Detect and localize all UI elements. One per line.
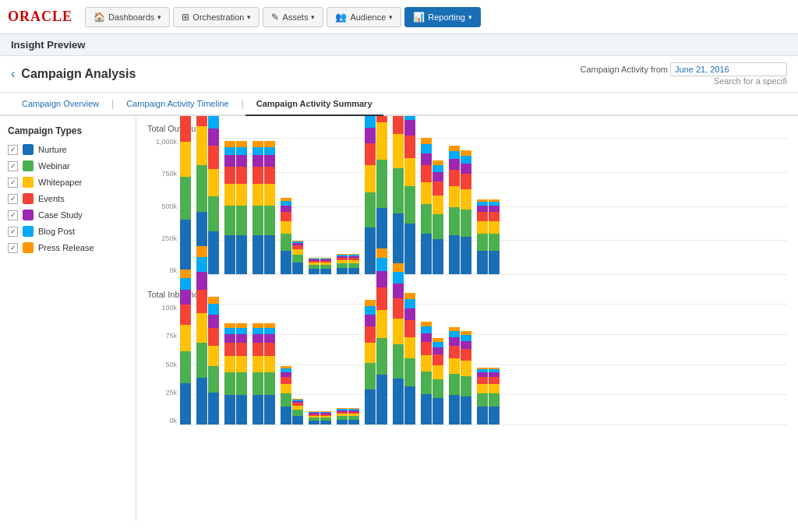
bar-segment	[196, 272, 207, 290]
bar-segment	[236, 343, 247, 356]
campaign-title: Campaign Analysis	[21, 67, 136, 81]
nav-audience[interactable]: 👥 Audience ▾	[327, 7, 401, 27]
bar-segment	[264, 155, 275, 167]
bar-segment	[208, 315, 219, 328]
bar-segment	[477, 221, 488, 234]
legend-checkbox[interactable]: ✓	[8, 210, 18, 220]
bar-group	[309, 411, 331, 425]
bar-segment	[224, 141, 235, 147]
bar-segment	[393, 344, 404, 379]
grid-icon: ⊞	[182, 12, 189, 23]
bar-segment	[208, 116, 219, 129]
legend-item[interactable]: ✓ Whitepaper	[8, 177, 128, 188]
stacked-bar	[393, 116, 404, 274]
legend-item[interactable]: ✓ Case Study	[8, 210, 128, 220]
bar-segment	[348, 420, 359, 425]
bar-segment	[264, 395, 275, 425]
legend-item[interactable]: ✓ Nurture	[8, 144, 128, 155]
outbound-title: Total Outbound	[147, 124, 787, 133]
bar-segment	[449, 186, 460, 207]
bar-segment	[461, 376, 471, 396]
bar-segment	[236, 206, 247, 235]
legend-item[interactable]: ✓ Press Release	[8, 242, 128, 253]
charts-area: Total Outbound 0k250k500k750k1,000k Tota…	[136, 116, 798, 522]
bar-segment	[421, 153, 432, 165]
bar-segment	[252, 235, 263, 274]
search-hint: Search for a specifi	[580, 76, 787, 86]
bar-group	[180, 116, 191, 274]
legend-swatch	[23, 242, 34, 253]
bar-group	[281, 198, 303, 274]
inbound-bars	[180, 304, 787, 425]
bar-segment	[393, 263, 404, 272]
page-title: Insight Preview	[11, 39, 85, 51]
bar-segment	[236, 328, 247, 334]
legend-swatch	[23, 226, 34, 237]
stacked-bar	[376, 248, 387, 425]
bar-segment	[404, 386, 415, 425]
nav-dashboards[interactable]: 🏠 Dashboards ▾	[85, 7, 170, 27]
bar-segment	[365, 116, 376, 128]
bar-segment	[281, 212, 291, 221]
bar-segment	[281, 377, 291, 384]
bar-segment	[376, 248, 387, 258]
bar-segment	[180, 116, 191, 142]
bar-segment	[180, 290, 191, 305]
legend-label: Nurture	[38, 145, 67, 154]
bar-segment	[449, 151, 460, 159]
legend-item[interactable]: ✓ Blog Post	[8, 226, 128, 237]
bar-group	[393, 263, 415, 425]
bar-segment	[433, 165, 443, 172]
bar-segment	[433, 398, 443, 425]
tab-timeline[interactable]: Campaign Activity Timeline	[115, 93, 239, 116]
tabs-bar: Campaign Overview | Campaign Activity Ti…	[0, 93, 798, 116]
bar-segment	[281, 384, 291, 393]
legend-checkbox[interactable]: ✓	[8, 178, 18, 188]
bar-segment	[281, 407, 291, 425]
bar-segment	[196, 116, 207, 126]
bar-segment	[489, 212, 500, 221]
nav-assets[interactable]: ✎ Assets ▾	[263, 7, 323, 27]
bar-segment	[208, 196, 219, 231]
bar-group	[449, 146, 471, 274]
date-input[interactable]	[670, 62, 787, 76]
legend-checkbox[interactable]: ✓	[8, 243, 18, 253]
bar-segment	[461, 349, 471, 361]
bar-segment	[404, 337, 415, 358]
tab-summary[interactable]: Campaign Activity Summary	[245, 93, 383, 116]
nav-orchestration[interactable]: ⊞ Orchestration ▾	[173, 7, 260, 27]
bar-segment	[376, 338, 387, 375]
bar-segment	[461, 189, 471, 210]
bar-group	[393, 116, 415, 274]
legend-checkbox[interactable]: ✓	[8, 161, 18, 171]
bar-segment	[393, 272, 404, 284]
legend-checkbox[interactable]: ✓	[8, 227, 18, 237]
nav-reporting[interactable]: 📊 Reporting ▾	[404, 7, 481, 27]
bar-segment	[196, 290, 207, 313]
bar-segment	[365, 306, 376, 315]
bar-segment	[376, 271, 387, 287]
stacked-bar	[252, 141, 263, 274]
bar-segment	[309, 421, 320, 425]
bar-segment	[208, 393, 219, 425]
bar-segment	[180, 351, 191, 383]
y-axis-label: 75k	[147, 332, 177, 340]
legend-item[interactable]: ✓ Events	[8, 193, 128, 204]
bar-segment	[461, 361, 471, 376]
bar-segment	[224, 356, 235, 372]
stacked-bar	[393, 263, 404, 425]
bar-segment	[320, 269, 331, 274]
legend-item[interactable]: ✓ Webinar	[8, 160, 128, 171]
chevron-down-icon: ▾	[247, 13, 251, 21]
tab-overview[interactable]: Campaign Overview	[11, 93, 110, 116]
back-button[interactable]: ‹	[11, 67, 15, 81]
legend-checkbox[interactable]: ✓	[8, 145, 18, 155]
legend-label: Press Release	[38, 243, 94, 252]
stacked-bar	[309, 258, 320, 274]
bar-segment	[224, 184, 235, 206]
bar-group	[421, 138, 443, 274]
bar-segment	[449, 374, 460, 395]
bar-segment	[224, 147, 235, 155]
bar-segment	[208, 346, 219, 366]
legend-checkbox[interactable]: ✓	[8, 194, 18, 204]
